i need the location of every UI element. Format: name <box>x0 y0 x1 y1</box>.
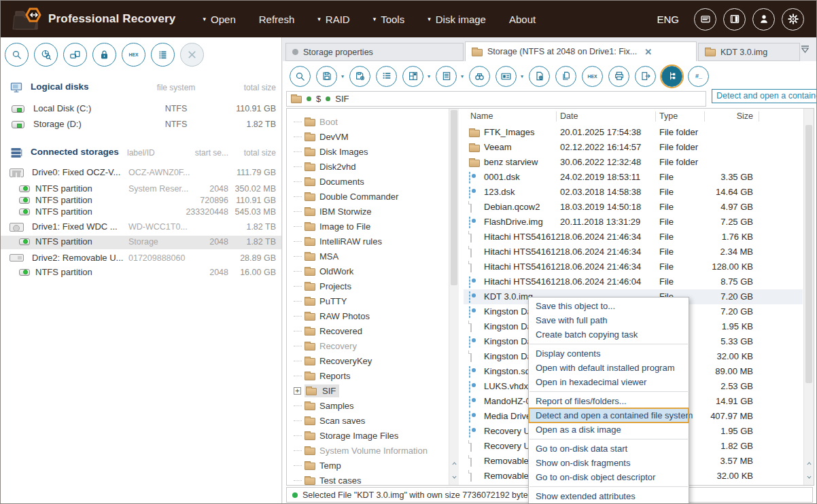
tree-item-oldwork[interactable]: OldWork <box>287 264 353 278</box>
tree-item-disk2vhd[interactable]: Disk2vhd <box>287 159 355 174</box>
list-button[interactable] <box>151 43 175 67</box>
menu-disk-image[interactable]: ▾Disk image <box>428 14 486 25</box>
search-button[interactable] <box>5 43 29 67</box>
file-row-0001-dsk[interactable]: 0001.dsk24.02.2019 18:53:11File3.35 GB <box>464 170 803 185</box>
tab-overflow-icon[interactable] <box>801 46 810 53</box>
scroll-down-icon[interactable] <box>804 470 814 484</box>
tree-item-projects[interactable]: Projects <box>287 278 351 293</box>
expand-plus-icon[interactable]: + <box>294 387 301 395</box>
close-button[interactable] <box>180 43 204 67</box>
tab-storage-properties[interactable]: Storage properties <box>285 43 464 61</box>
context-menu-item-create-batch-copying-task[interactable]: Create batch copying task <box>529 327 689 342</box>
file-row-ftk-images[interactable]: FTK_Images20.01.2025 17:54:38File folder <box>464 125 803 140</box>
tree-item-boot[interactable]: Boot <box>287 114 338 129</box>
dropdown-caret-icon[interactable]: ▾ <box>521 73 523 79</box>
copy-files-button[interactable] <box>555 66 576 87</box>
export-doc-button[interactable] <box>635 66 656 87</box>
search-button[interactable] <box>290 66 311 87</box>
tree-item-image-to-file[interactable]: Image to File <box>287 219 370 234</box>
tree-item-scan-saves[interactable]: Scan saves <box>287 413 365 428</box>
tree-item-double-commander[interactable]: Double Commander <box>287 189 398 204</box>
tab-storage-ntfs-at-2048-on-driv[interactable]: Storage (NTFS at 2048 on Drive1: Fix...✕ <box>465 41 697 61</box>
tree-item-putty[interactable]: PuTTY <box>287 293 347 308</box>
tree-item-system-volume-information[interactable]: System Volume Information <box>287 443 428 458</box>
file-row-flashdrive-img[interactable]: FlashDrive.img20.11.2018 13:31:29File7.2… <box>464 215 803 230</box>
tree-item-devvm[interactable]: DevVM <box>287 129 349 144</box>
tree-item-samples[interactable]: Samples <box>287 398 354 413</box>
scroll-up-icon[interactable] <box>449 456 459 470</box>
lock-button[interactable] <box>92 43 116 67</box>
user-button[interactable] <box>752 8 775 31</box>
logical-disk-row[interactable]: Storage (D:)NTFS1.82 TB <box>1 118 281 132</box>
column-size[interactable]: Size <box>708 111 753 121</box>
scroll-up-icon[interactable] <box>804 456 814 470</box>
menu-tools[interactable]: ▾Tools <box>373 14 405 25</box>
windows-button[interactable] <box>694 8 716 31</box>
context-menu-item-go-to-on-disk-object-descripto[interactable]: Go to on-disk object descriptor <box>529 470 689 484</box>
task-list-button[interactable] <box>376 66 397 87</box>
hex-button[interactable]: HEX <box>122 43 145 67</box>
storage-partition-row[interactable]: NTFS partition204816.00 GB <box>1 266 281 280</box>
dropdown-caret-icon[interactable]: ▾ <box>461 73 464 79</box>
file-settings-button[interactable] <box>529 66 550 87</box>
context-menu-item-display-contents[interactable]: Display contents <box>529 346 689 361</box>
tree-item-recovery[interactable]: Recovery <box>287 338 357 353</box>
tree-item-disk-images[interactable]: Disk Images <box>287 144 368 159</box>
menu-about[interactable]: About <box>509 14 536 25</box>
save-button[interactable] <box>316 66 337 87</box>
file-row-hitachi-hts541612j9sa0[interactable]: Hitachi HTS541612J9SA0...18.06.2024 21:4… <box>464 259 803 274</box>
sector-number-button[interactable]: #_ <box>688 66 709 87</box>
pie-analysis-button[interactable] <box>34 43 58 67</box>
report-print-button[interactable] <box>608 66 629 87</box>
storage-drive-row[interactable]: Drive0: Fixed OCZ-V...OCZ-AWNZ0F...111.7… <box>1 166 281 180</box>
object-card-button[interactable] <box>496 66 517 87</box>
tree-scrollbar-thumb[interactable] <box>451 110 457 285</box>
context-menu-item-show-on-disk-fragments[interactable]: Show on-disk fragments <box>529 456 689 470</box>
file-row-hitachi-hts541612j9sa0[interactable]: Hitachi HTS541612J9SA0...18.06.2024 21:4… <box>464 230 803 245</box>
breadcrumb-item[interactable]: SIF <box>335 94 349 104</box>
storage-partition-row[interactable]: NTFS partition233320448545.03 MB <box>1 206 281 219</box>
tree-item-temp[interactable]: Temp <box>287 458 341 473</box>
tree-item-storage-image-files[interactable]: Storage Image Files <box>287 428 398 443</box>
tree-item-recoverykey[interactable]: RecoveryKey <box>287 353 372 368</box>
dropdown-caret-icon[interactable]: ▾ <box>428 73 430 79</box>
column-type[interactable]: Type <box>659 111 678 121</box>
file-row-hitachi-hts541612j9sa0[interactable]: Hitachi HTS541612J9SA0...18.06.2024 21:4… <box>464 274 803 289</box>
column-name[interactable]: Name <box>470 111 493 121</box>
create-image-button[interactable] <box>63 43 87 67</box>
gear-button[interactable] <box>782 8 804 31</box>
logical-disk-row[interactable]: Local Disk (C:)NTFS110.91 GB <box>1 103 281 116</box>
breadcrumb-item[interactable]: $ <box>316 94 321 104</box>
context-menu-item-save-this-object-to[interactable]: Save this object to... <box>529 299 689 313</box>
column-date[interactable]: Date <box>560 111 578 121</box>
contained-fs-tree-button[interactable] <box>661 66 682 87</box>
tree-item-test-cases[interactable]: Test cases <box>287 473 361 486</box>
context-menu-item-report-of-files-folders[interactable]: Report of files/folders... <box>529 394 689 408</box>
tree-item-intelliraw-rules[interactable]: IntelliRAW rules <box>287 234 382 249</box>
menu-refresh[interactable]: Refresh <box>259 14 295 25</box>
list-scrollbar[interactable] <box>803 109 814 485</box>
file-row-hitachi-hts541612j9sa0[interactable]: Hitachi HTS541612J9SA0...18.06.2024 21:4… <box>464 245 803 259</box>
find-binoculars-button[interactable] <box>469 66 490 87</box>
file-row-veeam[interactable]: Veeam02.12.2022 16:14:57File folder <box>464 140 803 155</box>
tree-item-raw-photos[interactable]: RAW Photos <box>287 308 370 323</box>
file-row-benz-starview[interactable]: benz starview30.06.2022 12:32:48File fol… <box>464 155 803 170</box>
hex-button[interactable]: HEX <box>582 66 603 87</box>
partition-grid-button[interactable] <box>402 66 423 87</box>
menu-raid[interactable]: ▾RAID <box>317 14 349 25</box>
storage-partition-row[interactable]: NTFS partitionStorage20481.82 TB <box>1 236 281 249</box>
save-settings-button[interactable] <box>349 66 370 87</box>
context-menu-item-detect-and-open-a-contained-fi[interactable]: Detect and open a contained file system <box>529 408 689 422</box>
menu-open[interactable]: ▾Open <box>203 14 236 25</box>
context-menu-item-open-with-default-installed-pr[interactable]: Open with default installed program <box>529 361 689 375</box>
tree-item-msa[interactable]: MSA <box>287 249 338 264</box>
context-menu-item-save-with-full-path[interactable]: Save with full path <box>529 313 689 327</box>
context-menu-item-open-in-hexadecimal-viewer[interactable]: Open in hexadecimal viewer <box>529 375 689 389</box>
list-scrollbar-thumb[interactable] <box>805 125 812 383</box>
scroll-down-icon[interactable] <box>449 470 459 484</box>
storage-drive-row[interactable]: Drive1: Fixed WDC ...WD-WCC1T0...1.82 TB <box>1 221 281 234</box>
tree-item-reports[interactable]: Reports <box>287 368 351 383</box>
tree-item-recovered[interactable]: Recovered <box>287 323 362 338</box>
tree-scrollbar[interactable] <box>449 109 459 485</box>
storage-drive-row[interactable]: Drive2: Removable U...01720988806028.89 … <box>1 252 281 266</box>
